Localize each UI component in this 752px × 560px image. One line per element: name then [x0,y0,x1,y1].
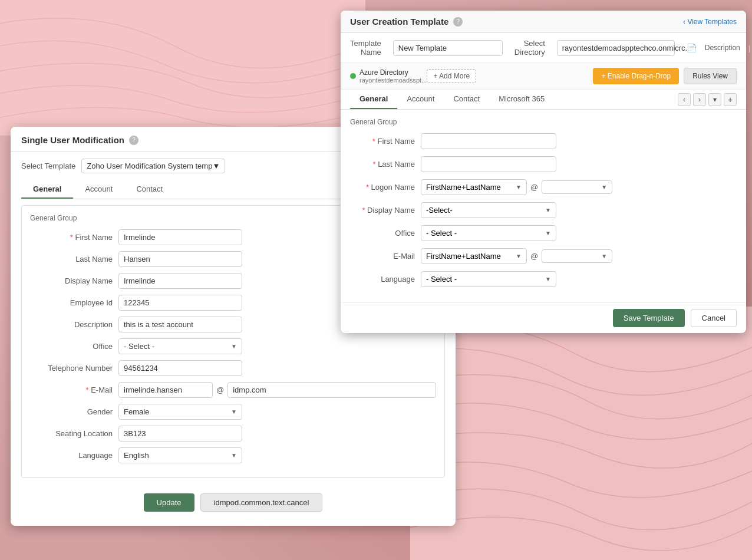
select-directory-dropdown[interactable]: rayontestdemoadspptechco.onmicrc... ▼ [557,40,675,56]
last-name-input[interactable] [118,251,242,267]
select-directory-label: Select Directory [514,39,545,57]
tab-nav-prev[interactable]: ‹ [678,93,691,106]
office-select[interactable]: - Select - ▼ [118,338,242,354]
tpl-tab-general[interactable]: General [350,90,397,109]
top-pink-section [0,0,365,136]
tpl-logon-name-select[interactable]: FirstName+LastName ▼ [421,179,527,195]
display-name-input[interactable] [118,273,242,289]
logon-domain-caret: ▼ [601,184,607,190]
rules-view-button[interactable]: Rules View [684,68,737,84]
tab-general[interactable]: General [21,180,73,199]
tpl-logon-domain-select[interactable]: ▼ [542,180,612,194]
tpl-logon-name-value: FirstName+LastName [426,183,501,192]
gender-select[interactable]: Female ▼ [118,404,242,420]
template-modal-header: User Creation Template ? View Templates [341,11,746,33]
seating-input[interactable] [118,426,242,442]
tpl-logon-email-row: FirstName+LastName ▼ @ ▼ [421,179,612,195]
cancel-button[interactable]: idmpod.common.text.cancel [200,493,323,512]
language-select-value: English [124,451,149,460]
tpl-tab-contact[interactable]: Contact [444,90,489,109]
email-local-input[interactable] [118,382,213,398]
display-name-caret: ▼ [545,207,551,213]
azure-directory-sub: rayontestdemoadsspt... [359,77,427,84]
at-symbol: @ [216,386,224,394]
tpl-logon-name-label: Logon Name [350,183,415,192]
employee-id-input[interactable] [118,295,242,311]
tpl-last-name-input[interactable] [421,156,556,172]
template-action-buttons: + Enable Drag-n-Drop Rules View [593,68,737,84]
tpl-language-select[interactable]: - Select - ▼ [421,271,556,287]
single-user-footer: Update idmpod.common.text.cancel [11,485,456,514]
enable-drag-button[interactable]: + Enable Drag-n-Drop [593,68,679,84]
tpl-display-name-select[interactable]: -Select- ▼ [421,202,556,218]
email-domain-input[interactable] [227,382,436,398]
telephone-row: Telephone Number [30,360,436,376]
template-select-dropdown[interactable]: Zoho User Modification System temp ▼ [81,159,225,173]
tpl-first-name-input[interactable] [421,133,556,149]
template-select-value: Zoho User Modification System temp [87,162,212,170]
tab-account[interactable]: Account [73,180,124,199]
tab-nav-buttons: ‹ › ▾ + [678,93,737,106]
template-tabs: General Account Contact Microsoft 365 ‹ … [341,90,746,110]
first-name-input[interactable] [118,229,242,245]
tpl-office-row: Office - Select - ▼ [350,225,737,241]
tpl-office-value: - Select - [426,229,457,238]
email-fields: @ [118,382,436,398]
tpl-tab-microsoft365[interactable]: Microsoft 365 [489,90,554,109]
tab-contact[interactable]: Contact [124,180,174,199]
tpl-language-caret: ▼ [545,276,551,282]
single-user-help-icon[interactable]: ? [129,136,138,145]
azure-text-group: Azure Directory rayontestdemoadsspt... [359,68,427,84]
tpl-email-select[interactable]: FirstName+LastName ▼ [421,248,527,264]
cancel-template-button[interactable]: Cancel [691,309,737,327]
add-more-button[interactable]: + Add More [427,69,476,83]
language-select[interactable]: English ▼ [118,447,242,463]
description-input[interactable] [118,317,242,332]
office-caret: ▼ [231,343,237,350]
azure-bar: Azure Directory rayontestdemoadsspt... +… [341,63,746,90]
azure-directory-label: Azure Directory [359,68,427,77]
description-link[interactable]: Description [705,44,740,52]
office-row: Office - Select - ▼ [30,338,436,354]
bottom-right-section [410,307,752,560]
template-help-icon[interactable]: ? [453,17,463,27]
tab-nav-down[interactable]: ▾ [708,93,721,106]
tpl-email-label: E-Mail [350,252,415,261]
language-row: Language English ▼ [30,447,436,463]
tpl-first-name-row: First Name [350,133,737,149]
tpl-last-name-row: Last Name [350,156,737,172]
tpl-office-select[interactable]: - Select - ▼ [421,225,556,241]
office-label: Office [30,342,113,351]
template-name-input[interactable] [393,40,503,56]
seating-label: Seating Location [30,429,113,438]
tpl-email-row: E-Mail FirstName+LastName ▼ @ ▼ [350,248,737,264]
telephone-input[interactable] [118,360,242,376]
tab-add-button[interactable]: + [724,93,737,106]
tpl-email-at: @ [530,252,538,261]
tpl-display-name-label: Display Name [350,206,415,215]
tpl-email-fields: FirstName+LastName ▼ @ ▼ [421,248,612,264]
tpl-email-domain-select[interactable]: ▼ [542,249,612,263]
tpl-language-value: - Select - [426,275,457,284]
gender-label: Gender [30,407,113,416]
tpl-tab-account[interactable]: Account [397,90,444,109]
tpl-display-name-value: -Select- [426,206,453,215]
save-template-button[interactable]: Save Template [613,309,685,327]
tpl-email-select-caret: ▼ [516,253,522,259]
telephone-label: Telephone Number [30,364,113,373]
template-form-body: General Group First Name Last Name Logon… [341,110,746,302]
tpl-group-title: General Group [350,118,737,126]
template-config-row: Template Name Select Directory rayontest… [341,33,746,63]
green-dot [350,73,356,79]
tab-nav-next[interactable]: › [693,93,706,106]
tpl-language-label: Language [350,275,415,284]
view-templates-link[interactable]: View Templates [683,18,737,26]
tpl-display-name-row: Display Name -Select- ▼ [350,202,737,218]
office-select-value: - Select - [124,342,154,351]
template-name-label: Template Name [350,39,381,57]
template-title-row: User Creation Template ? [350,17,463,27]
separator: | [748,44,750,52]
tpl-office-label: Office [350,229,415,238]
update-button[interactable]: Update [144,493,194,512]
tpl-right-links: 📄 Description | 🏷 Category: General [687,39,752,56]
